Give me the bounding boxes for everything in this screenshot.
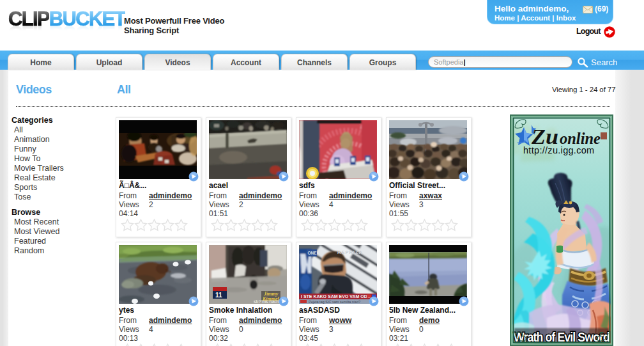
svg-text:sb? ms nacrd: sb? ms nacrd [254, 299, 280, 304]
svg-text:ONE: ONE [308, 251, 318, 255]
svg-text:REPRIZA: REPRIZA [337, 249, 363, 255]
svg-text:Pejeta tag SIC vam semilta nis: Pejeta tag SIC vam semilta niso? [309, 300, 360, 304]
svg-text:11: 11 [215, 292, 222, 299]
svg-text:http://zu.igg.com: http://zu.igg.com [523, 145, 595, 155]
svg-text:I STE KAKO SAM EVO VAM ODC: I STE KAKO SAM EVO VAM ODC [301, 294, 371, 299]
